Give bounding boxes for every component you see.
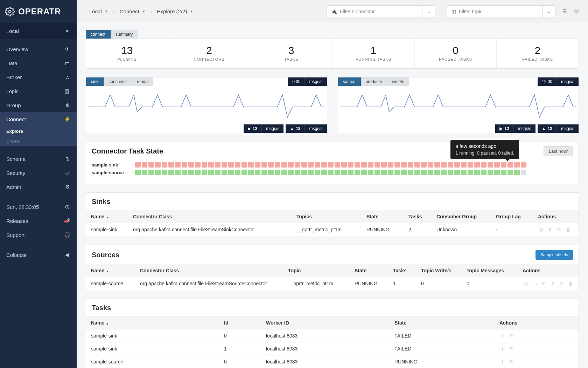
task-cell[interactable] — [195, 162, 201, 168]
col-tasks[interactable]: Tasks — [404, 210, 432, 223]
task-cell[interactable] — [468, 170, 473, 175]
sidebar-item-support[interactable]: Support🎧 — [0, 228, 77, 242]
task-cell[interactable] — [162, 170, 167, 175]
task-cell[interactable] — [295, 170, 300, 175]
sidebar-item-schema[interactable]: Schema🗎 — [0, 152, 77, 166]
task-cell[interactable] — [368, 162, 373, 168]
sample-offsets-button[interactable]: Sample offsets — [536, 250, 573, 260]
time-range-button[interactable]: Last hour — [544, 146, 573, 156]
filter-topic[interactable]: ▥Filter Topic ⌄ — [447, 5, 555, 18]
task-cell[interactable] — [155, 170, 161, 175]
task-cell[interactable] — [222, 170, 227, 175]
task-cell[interactable] — [268, 162, 274, 168]
task-cell[interactable] — [202, 170, 207, 175]
sidebar-item-overview[interactable]: Overview✈ — [0, 42, 77, 56]
col-topics[interactable]: Topics — [292, 210, 362, 223]
task-cell[interactable] — [401, 170, 407, 175]
sidebar-item-admin[interactable]: Admin⚙ — [0, 180, 77, 194]
task-cell[interactable] — [168, 170, 174, 175]
sidebar-collapse[interactable]: Collapse◀ — [0, 248, 77, 262]
task-cell[interactable] — [241, 170, 247, 175]
task-cell[interactable] — [188, 162, 194, 168]
sidebar-item-data[interactable]: Data🗀 — [0, 56, 77, 70]
col-tasks[interactable]: Tasks — [388, 264, 416, 277]
task-cell[interactable] — [288, 170, 294, 175]
task-cell[interactable] — [168, 162, 174, 168]
col-topic[interactable]: Topic — [283, 264, 350, 277]
col-lag[interactable]: Group Lag — [491, 210, 533, 223]
task-cell[interactable] — [335, 162, 340, 168]
task-cell[interactable] — [374, 170, 380, 175]
task-cell[interactable] — [408, 170, 413, 175]
task-cell[interactable] — [488, 162, 493, 168]
tab-sink[interactable]: sink — [86, 77, 104, 86]
task-cell[interactable] — [414, 170, 420, 175]
task-cell[interactable] — [235, 162, 240, 168]
task-cell[interactable] — [315, 162, 320, 168]
task-cell[interactable] — [261, 162, 267, 168]
sidebar-sub-explore[interactable]: Explore — [0, 126, 77, 136]
task-cell[interactable] — [148, 162, 154, 168]
task-cell[interactable] — [328, 162, 334, 168]
task-cell[interactable] — [308, 170, 314, 175]
task-cell[interactable] — [321, 162, 327, 168]
task-cell[interactable] — [441, 162, 447, 168]
col-writes[interactable]: Topic Write/s — [416, 264, 462, 277]
info-icon[interactable]: ℹ — [499, 346, 505, 352]
task-cell[interactable] — [188, 170, 194, 175]
task-cell[interactable] — [374, 162, 380, 168]
chevron-down-icon[interactable]: ⌄ — [422, 6, 435, 18]
col-messages[interactable]: Topic Messages — [462, 264, 518, 277]
task-cell[interactable] — [521, 170, 526, 175]
restart-icon[interactable]: ⟳ — [559, 281, 565, 286]
task-cell[interactable] — [514, 162, 520, 168]
task-cell[interactable] — [481, 170, 486, 175]
task-cell[interactable] — [421, 162, 427, 168]
task-cell[interactable] — [268, 170, 274, 175]
sidebar-item-topic[interactable]: Topic▥ — [0, 84, 77, 98]
file-icon[interactable]: 🗎 — [541, 281, 546, 286]
col-name[interactable]: Name▲ — [86, 264, 135, 277]
task-cell[interactable] — [341, 162, 347, 168]
task-cell[interactable] — [208, 162, 214, 168]
tab-reads[interactable]: read/s — [132, 77, 153, 86]
col-worker[interactable]: Worker ID — [261, 316, 390, 329]
task-cell[interactable] — [202, 162, 207, 168]
info-icon[interactable]: ℹ — [499, 359, 505, 364]
settings-icon[interactable]: ☰ — [562, 8, 567, 15]
pause-icon[interactable]: Ⅱ — [550, 281, 555, 286]
col-name[interactable]: Name▲ — [86, 210, 128, 223]
task-cell[interactable] — [501, 170, 506, 175]
info-icon[interactable]: ℹ — [499, 333, 505, 339]
task-cell[interactable] — [401, 162, 407, 168]
task-cell[interactable] — [195, 170, 201, 175]
task-cell[interactable] — [514, 170, 520, 175]
task-cell[interactable] — [182, 162, 187, 168]
task-cell[interactable] — [414, 162, 420, 168]
sidebar-item-broker[interactable]: Broker⛬ — [0, 70, 77, 84]
task-cell[interactable] — [488, 170, 493, 175]
col-class[interactable]: Connector Class — [135, 264, 283, 277]
task-cell[interactable] — [428, 170, 433, 175]
task-cell[interactable] — [474, 162, 480, 168]
task-cell[interactable] — [208, 170, 214, 175]
tab-connect[interactable]: connect — [86, 30, 111, 39]
task-cell[interactable] — [175, 170, 181, 175]
task-cell[interactable] — [388, 162, 393, 168]
task-cell[interactable] — [507, 162, 513, 168]
task-cell[interactable] — [361, 162, 367, 168]
task-cell[interactable] — [182, 170, 187, 175]
col-group[interactable]: Consumer Group — [432, 210, 491, 223]
task-cell[interactable] — [381, 170, 387, 175]
task-cell[interactable] — [355, 170, 360, 175]
sidebar-item-group[interactable]: Group⋔ — [0, 98, 77, 112]
task-cell[interactable] — [301, 170, 307, 175]
col-state[interactable]: State — [350, 264, 388, 277]
task-cell[interactable] — [434, 162, 440, 168]
crumb-explore[interactable]: Explore (2/2)▼ — [154, 6, 197, 16]
task-cell[interactable] — [255, 170, 260, 175]
task-cell[interactable] — [308, 162, 314, 168]
restart-icon[interactable]: ⟳ — [509, 346, 514, 352]
tab-producer[interactable]: producer — [361, 77, 387, 86]
task-cell[interactable] — [501, 162, 506, 168]
